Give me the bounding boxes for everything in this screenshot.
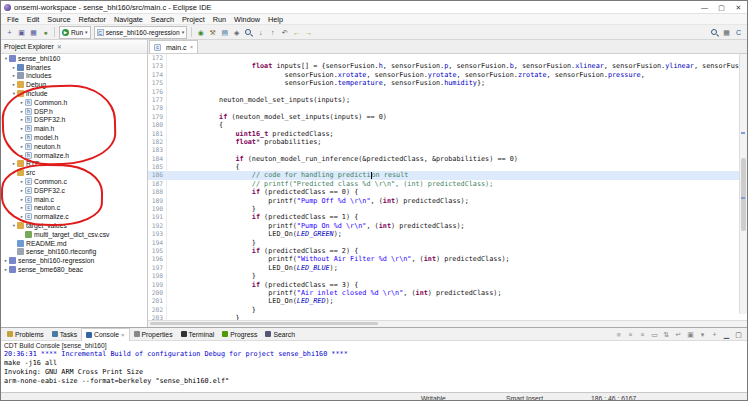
overview-mark[interactable] <box>741 132 745 134</box>
new-wizard-icon[interactable]: + <box>4 27 15 38</box>
open-console-icon[interactable]: + <box>709 329 720 340</box>
code-line[interactable]: 193 LED_On(LED_GREEN); <box>148 230 747 238</box>
tree-item-src[interactable]: ▾src <box>1 168 147 177</box>
close-view-icon[interactable]: ✕ <box>57 43 62 50</box>
scroll-lock-icon[interactable]: ⇅ <box>661 329 672 340</box>
tab-search[interactable]: Search <box>261 328 299 340</box>
code-line[interactable]: 176 <box>148 88 747 96</box>
tab-problems[interactable]: Problems <box>3 328 48 340</box>
remove-launch-icon[interactable]: × <box>625 329 636 340</box>
next-annotation-icon[interactable]: ↓ <box>255 27 266 38</box>
line-number[interactable]: 176 <box>148 88 167 96</box>
line-number[interactable]: 193 <box>148 230 167 238</box>
line-number[interactable]: 199 <box>148 281 167 289</box>
line-number[interactable]: 187 <box>148 180 167 188</box>
tree-item-target-values[interactable]: ▾target_values <box>1 221 147 230</box>
tab-project-explorer[interactable]: Project Explorer <box>4 43 54 50</box>
line-number[interactable]: 183 <box>148 146 167 154</box>
code-line[interactable]: 199 if (predictedClass == 3) { <box>148 281 747 289</box>
line-number[interactable]: 175 <box>148 79 167 87</box>
code-line[interactable]: 202 } <box>148 306 747 314</box>
code-line[interactable]: 194 } <box>148 239 747 247</box>
line-number[interactable]: 189 <box>148 197 167 205</box>
prev-annotation-icon[interactable]: ↑ <box>267 27 278 38</box>
tree-item-readme-md[interactable]: README.md <box>1 239 147 248</box>
tree-item-neuton-h[interactable]: ▸hneuton.h <box>1 142 147 151</box>
pin-console-icon[interactable]: ▣ <box>685 329 696 340</box>
debug-icon[interactable]: ● <box>40 27 51 38</box>
tree-item-dspf32-h[interactable]: ▸hDSPF32.h <box>1 116 147 125</box>
code-line[interactable]: 173 float inputs[] = {sensorFusion.h, se… <box>148 62 747 70</box>
minimize-button[interactable]: — <box>696 2 713 13</box>
line-number[interactable]: 185 <box>148 163 167 171</box>
menu-edit[interactable]: Edit <box>23 15 44 24</box>
tree-item-normalize-h[interactable]: ▸hnormalize.h <box>1 151 147 160</box>
line-number[interactable]: 180 <box>148 121 167 129</box>
launch-mode-selector[interactable]: Run ▾ <box>59 26 91 39</box>
line-number[interactable]: 172 <box>148 54 167 62</box>
tree-item-includes[interactable]: ▸Includes <box>1 72 147 81</box>
forward-icon[interactable]: → <box>303 27 314 38</box>
code-line[interactable]: 198 } <box>148 272 747 280</box>
code-line[interactable]: 172 <box>148 54 747 62</box>
tree-item-multi-target-dict-csv-csv[interactable]: multi_target_dict_csv.csv <box>1 230 147 239</box>
terminate-icon[interactable]: ■ <box>613 329 624 340</box>
close-tab-icon[interactable]: × <box>121 332 125 338</box>
code-line[interactable]: 180 { <box>148 121 747 129</box>
code-line[interactable]: 187 // printf("Predicted class %d \r\n",… <box>148 180 747 188</box>
code-line[interactable]: 178 <box>148 104 747 112</box>
line-number[interactable]: 173 <box>148 62 167 70</box>
display-console-icon[interactable]: ▾ <box>697 329 708 340</box>
line-number[interactable]: 202 <box>148 306 167 314</box>
line-number[interactable]: 182 <box>148 138 167 146</box>
menu-navigate[interactable]: Navigate <box>110 15 147 24</box>
code-line[interactable]: 201 LED_On(LED_RED); <box>148 297 747 305</box>
line-number[interactable]: 192 <box>148 222 167 230</box>
menu-refactor[interactable]: Refactor <box>74 15 110 24</box>
menu-file[interactable]: File <box>3 15 23 24</box>
tree-item-sense-bhi160[interactable]: ▾sense_bhi160 <box>1 54 147 63</box>
code-line[interactable]: 179 if (neuton_model_set_inputs(inputs) … <box>148 113 747 121</box>
code-line[interactable]: 200 printf("Air inlet closed %d \r\n", (… <box>148 289 747 297</box>
overview-mark[interactable] <box>741 197 745 199</box>
tree-item-sense-bhi160-regression[interactable]: ▸sense_bhi160-regression <box>1 256 147 265</box>
tree-item-dsp-h[interactable]: ▸hDSP.h <box>1 107 147 116</box>
menu-help[interactable]: Help <box>264 15 287 24</box>
code-line[interactable]: 181 uint16_t predictedClass; <box>148 130 747 138</box>
code-line[interactable]: 177 neuton_model_set_inputs(inputs); <box>148 96 747 104</box>
code-line[interactable]: 186 // code for handling prediction resu… <box>148 171 747 179</box>
line-number[interactable]: 196 <box>148 255 167 263</box>
last-edit-location-icon[interactable]: ↶ <box>279 27 290 38</box>
search-icon[interactable] <box>243 27 254 38</box>
vertical-scrollbar[interactable] <box>739 54 747 314</box>
line-number[interactable]: 177 <box>148 96 167 104</box>
code-line[interactable]: 191 if (predictedClass == 1) { <box>148 213 747 221</box>
quick-access-search-icon[interactable] <box>709 27 720 38</box>
scrollbar-thumb[interactable] <box>741 158 746 231</box>
line-number[interactable]: 198 <box>148 272 167 280</box>
line-number[interactable]: 194 <box>148 239 167 247</box>
tree-item-normalize-c[interactable]: ▸cnormalize.c <box>1 212 147 221</box>
perspective-cpp-icon[interactable]: C <box>733 27 744 38</box>
launch-config-selector[interactable]: C sense_bhi160-regression ▾ <box>94 26 188 39</box>
tab-properties[interactable]: Properties <box>130 328 177 340</box>
tree-item-rte[interactable]: ▸RTE <box>1 160 147 169</box>
code-line[interactable]: 190 } <box>148 205 747 213</box>
line-number[interactable]: 191 <box>148 213 167 221</box>
back-icon[interactable]: ← <box>291 27 302 38</box>
tree-item-sense-bme680-beac[interactable]: ▸sense_bme680_beac <box>1 265 147 274</box>
menu-run[interactable]: Run <box>209 15 230 24</box>
code-line[interactable]: 189 printf("Pump Off %d \r\n", (int) pre… <box>148 197 747 205</box>
line-number[interactable]: 179 <box>148 113 167 121</box>
tree-item-main-h[interactable]: ▸hmain.h <box>1 124 147 133</box>
tree-item-common-c[interactable]: ▸cCommon.c <box>1 177 147 186</box>
tree-item-debug[interactable]: ▸Debug <box>1 80 147 89</box>
code-line[interactable]: 175 sensorFusion.temperature, sensorFusi… <box>148 79 747 87</box>
close-tab-icon[interactable]: × <box>190 44 194 50</box>
tab-terminal[interactable]: Terminal <box>177 328 219 340</box>
line-number[interactable]: 178 <box>148 104 167 112</box>
maximize-button[interactable]: ▢ <box>713 2 730 13</box>
tree-item-sense-bhi160-rteconfig[interactable]: sense_bhi160.rteconfig <box>1 248 147 257</box>
line-number[interactable]: 188 <box>148 188 167 196</box>
line-number[interactable]: 181 <box>148 130 167 138</box>
